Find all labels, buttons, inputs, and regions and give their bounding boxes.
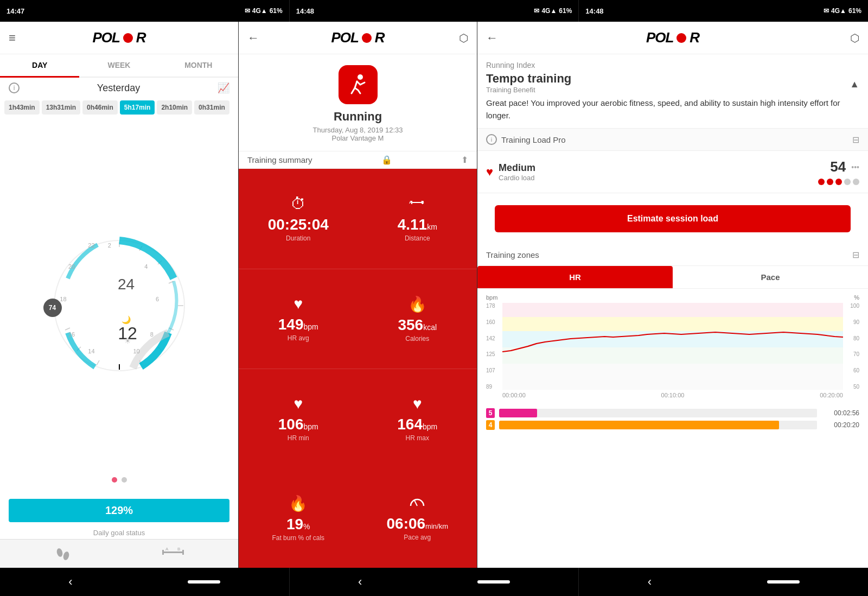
- distance-icon-2: A B: [409, 195, 425, 213]
- home-nav-1[interactable]: [188, 580, 220, 584]
- tab-day[interactable]: DAY: [0, 54, 79, 78]
- s3-content: Running Index Tempo training Training Be…: [477, 54, 868, 568]
- screen-3-tlp: ← POLR ⬡ Running Index Tempo training Tr…: [477, 22, 868, 568]
- logo-dot-2: [362, 33, 372, 43]
- back-nav-3[interactable]: ‹: [648, 575, 652, 589]
- stat-pace-avg: 06:06min/km Pace avg: [358, 468, 477, 568]
- zone-time-5: 00:02:56: [821, 409, 859, 417]
- heart-icon-cardio: ♥: [486, 165, 493, 179]
- clock-label-4: 4: [144, 263, 148, 270]
- clock-label-22: 22: [88, 242, 94, 249]
- hr-min-unit: bpm: [303, 422, 318, 431]
- battery-1: 61%: [270, 7, 283, 15]
- menu-icon[interactable]: ≡: [9, 31, 16, 45]
- calories-value: 356kcal: [398, 316, 437, 334]
- home-nav-3[interactable]: [767, 580, 800, 584]
- fat-burn-label: Fat burn % of cals: [272, 534, 324, 542]
- svg-rect-32: [502, 364, 843, 390]
- badge-0[interactable]: 1h43min: [4, 100, 40, 115]
- svg-line-10: [97, 360, 99, 365]
- cardio-load-label: Cardio load: [499, 174, 535, 182]
- share-icon-2[interactable]: ⬡: [459, 31, 468, 45]
- progress-bar-wrap: 129%: [0, 494, 238, 527]
- distance-icon: A B: [162, 546, 184, 561]
- back-icon-2[interactable]: ←: [247, 31, 259, 45]
- y-70: 70: [843, 351, 859, 357]
- hr-max-unit: bpm: [423, 422, 437, 431]
- badge-5[interactable]: 0h31min: [194, 100, 229, 115]
- nav-section-1: ‹: [0, 568, 290, 596]
- stat-calories: 🔥 356kcal Calories: [358, 269, 477, 370]
- badge-1[interactable]: 13h31min: [42, 100, 80, 115]
- zones-settings-icon[interactable]: ⊟: [852, 250, 859, 260]
- share-icon-3[interactable]: ⬡: [850, 31, 859, 45]
- y-60: 60: [843, 367, 859, 373]
- zone-bar-5: [499, 409, 537, 417]
- activity-header: Running Thursday, Aug 8, 2019 12:33 Pola…: [239, 54, 477, 151]
- zone-bar-4-wrap: [499, 421, 817, 429]
- polar-logo-3: POLR: [646, 29, 699, 46]
- zones-label: Training zones: [486, 250, 539, 259]
- stat-hr-min: ♥ 106bpm HR min: [239, 369, 358, 468]
- info-icon[interactable]: i: [9, 83, 20, 93]
- clock-label-6: 6: [156, 296, 159, 302]
- stat-hr-avg: ♥ 149bpm HR avg: [239, 269, 358, 370]
- message-icon-2: ✉: [534, 7, 539, 15]
- stat-distance: A B 4.11km Distance: [358, 169, 477, 269]
- daily-goal-label: Daily goal status: [0, 527, 238, 539]
- y-107: 107: [486, 367, 502, 373]
- tlp-info-icon[interactable]: i: [486, 134, 497, 145]
- hr-max-value: 164bpm: [397, 416, 437, 433]
- nav-section-3: ‹: [579, 568, 868, 596]
- tab-hr[interactable]: HR: [477, 266, 673, 288]
- running-index-label: Running Index: [486, 61, 859, 69]
- time-badges: 1h43min 13h31min 0h46min 5h17min 2h10min…: [0, 98, 238, 117]
- status-bar-2: 14:48 ✉ 4G▲ 61%: [290, 0, 579, 22]
- y-160: 160: [486, 319, 502, 325]
- upload-icon[interactable]: ⬆: [461, 155, 468, 165]
- zone-bar-4: [499, 421, 779, 429]
- back-icon-3[interactable]: ←: [486, 31, 498, 45]
- running-icon: [339, 65, 378, 104]
- dot-1: [112, 477, 117, 483]
- three-dots-icon[interactable]: •••: [851, 163, 859, 172]
- back-nav-1[interactable]: ‹: [68, 575, 72, 589]
- y-axis-left: 178 160 142 125 107 89: [486, 303, 502, 390]
- badge-3[interactable]: 5h17min: [120, 100, 155, 115]
- y-axis-right: 100 90 80 70 60 50: [843, 303, 859, 390]
- time-3: 14:48: [585, 7, 603, 15]
- cardio-dot-4: [844, 179, 851, 185]
- tab-month[interactable]: MONTH: [159, 54, 238, 77]
- badge-4[interactable]: 2h10min: [157, 100, 192, 115]
- network-2: 4G▲: [541, 7, 557, 15]
- distance-icon-group: A B: [162, 546, 184, 561]
- y-178: 178: [486, 303, 502, 309]
- x-10: 00:10:00: [661, 392, 685, 398]
- tlp-settings-icon[interactable]: ⊟: [852, 135, 859, 145]
- hr-min-label: HR min: [288, 434, 309, 442]
- fat-burn-unit: %: [303, 522, 310, 531]
- red-stats-section: ⏱ 00:25:04 Duration A B: [239, 169, 477, 568]
- clock-label-16: 16: [68, 331, 75, 338]
- status-icons-1: ✉ 4G▲ 61%: [245, 7, 283, 15]
- chart-icon[interactable]: 📈: [218, 82, 229, 94]
- zone-bar-5-wrap: [499, 409, 817, 417]
- stat-fat-burn: 🔥 19% Fat burn % of cals: [239, 468, 358, 568]
- logo-dot-1: [123, 33, 133, 43]
- progress-value: 129%: [105, 504, 133, 516]
- tab-pace[interactable]: Pace: [673, 266, 868, 288]
- runner-svg: [346, 73, 370, 97]
- tab-week[interactable]: WEEK: [79, 54, 158, 77]
- sun-icon: ☀: [124, 337, 131, 345]
- badge-2[interactable]: 0h46min: [82, 100, 118, 115]
- dot-2: [122, 477, 127, 483]
- zones-header: Training zones ⊟: [477, 244, 868, 266]
- home-nav-2[interactable]: [477, 580, 510, 584]
- zone-num-4: 4: [486, 420, 495, 430]
- estimate-session-load-button[interactable]: Estimate session load: [495, 205, 851, 232]
- svg-point-14: [56, 548, 63, 557]
- back-nav-2[interactable]: ‹: [358, 575, 362, 589]
- training-benefit-label: Training Benefit: [486, 86, 571, 94]
- calories-unit: kcal: [423, 323, 437, 332]
- status-bars-row: 14:47 ✉ 4G▲ 61% 14:48 ✉ 4G▲ 61% 14:48 ✉ …: [0, 0, 868, 22]
